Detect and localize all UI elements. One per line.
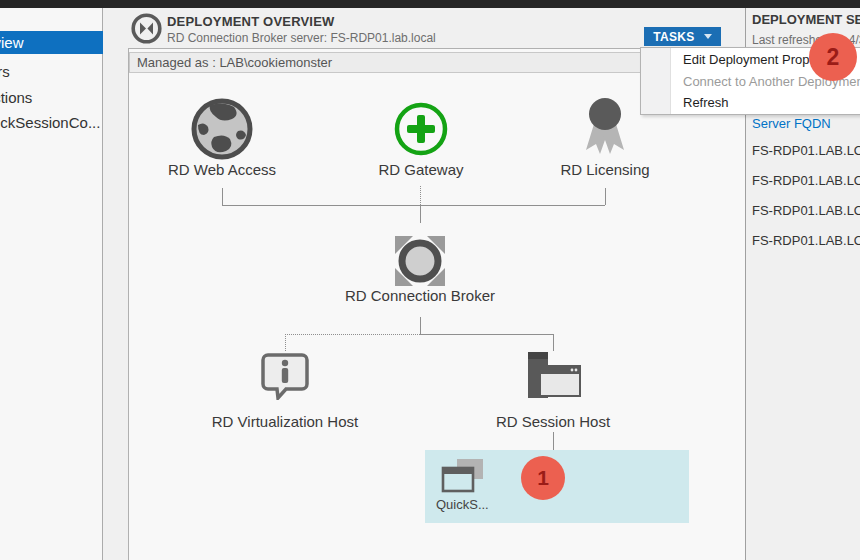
certificate-icon[interactable]	[580, 96, 630, 158]
connector-dotted	[420, 186, 421, 205]
collection-label: QuickS...	[436, 497, 489, 512]
chevron-down-icon	[704, 34, 712, 39]
connector	[605, 188, 606, 205]
connector-dotted	[285, 334, 420, 335]
server-row[interactable]: FS-RDP01.LAB.LOCAL	[752, 233, 860, 248]
server-window-icon[interactable]	[526, 352, 582, 400]
connector	[553, 432, 554, 450]
sidebar-item-servers[interactable]: Servers	[0, 62, 103, 82]
tasks-button[interactable]: TASKS	[644, 27, 721, 46]
node-label-web-access: RD Web Access	[142, 161, 302, 178]
broker-icon[interactable]	[389, 230, 451, 292]
node-label-session-host: RD Session Host	[453, 413, 653, 430]
info-bubble-icon[interactable]	[260, 352, 310, 400]
rds-nav-sidebar: Overview Servers Collections QuickSessio…	[0, 8, 103, 560]
annotation-badge-1: 1	[521, 456, 565, 500]
node-label-virtualization-host: RD Virtualization Host	[185, 413, 385, 430]
tasks-button-label: TASKS	[653, 30, 694, 44]
globe-icon[interactable]	[190, 97, 254, 161]
connector	[420, 334, 553, 335]
connector	[420, 205, 421, 223]
annotation-badge-2: 2	[809, 33, 857, 81]
page-subtitle: RD Connection Broker server: FS-RDP01.la…	[167, 31, 436, 45]
node-label-connection-broker: RD Connection Broker	[320, 287, 520, 304]
node-label-licensing: RD Licensing	[525, 161, 685, 178]
connector	[222, 205, 605, 206]
rds-logo-icon	[130, 12, 163, 45]
page-title: DEPLOYMENT OVERVIEW	[167, 14, 335, 29]
window-top-strip	[0, 0, 860, 8]
sidebar-item-quicksessioncollection[interactable]: QuickSessionCo...	[0, 113, 103, 133]
server-row[interactable]: FS-RDP01.LAB.LOCAL	[752, 173, 860, 188]
connector-dotted	[285, 334, 286, 351]
connector	[222, 188, 223, 205]
column-header-server-fqdn[interactable]: Server FQDN	[752, 116, 831, 131]
sidebar-item-overview[interactable]: Overview	[0, 31, 103, 54]
sidebar-item-collections[interactable]: Collections	[0, 88, 103, 108]
server-row[interactable]: FS-RDP01.LAB.LOCAL	[752, 203, 860, 218]
server-row[interactable]: FS-RDP01.LAB.LOCAL	[752, 143, 860, 158]
node-label-gateway: RD Gateway	[341, 161, 501, 178]
deployment-servers-title: DEPLOYMENT SERVERS	[752, 12, 860, 27]
plus-circle-icon[interactable]	[393, 101, 449, 157]
connector	[420, 317, 421, 334]
connector	[553, 334, 554, 351]
menu-item-refresh[interactable]: Refresh	[641, 92, 860, 113]
collection-windows-icon	[441, 459, 487, 497]
